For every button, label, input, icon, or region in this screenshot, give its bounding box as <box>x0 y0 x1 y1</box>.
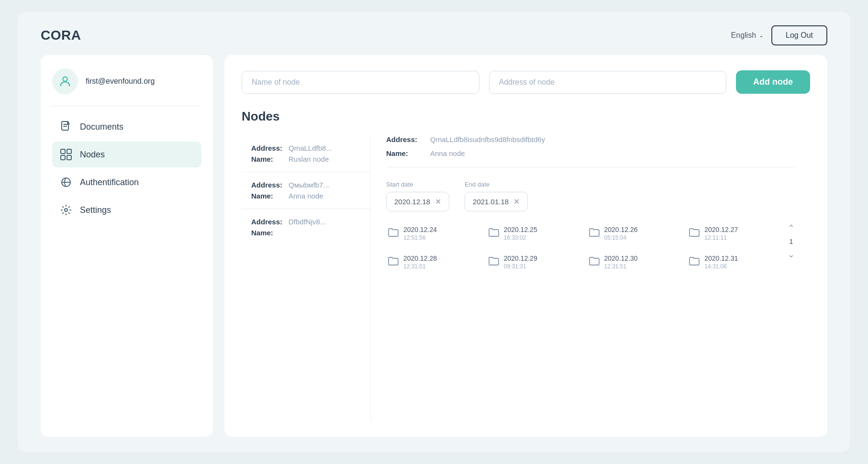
file-date-4: 2020.12.28 <box>403 254 437 262</box>
file-info-1: 2020.12.25 16:33:02 <box>504 226 537 241</box>
file-date-7: 2020.12.31 <box>704 254 738 262</box>
file-info-4: 2020.12.28 12:31:01 <box>403 254 437 270</box>
file-date-2: 2020.12.26 <box>604 226 638 233</box>
sidebar-item-nodes[interactable]: Nodes <box>52 142 201 167</box>
file-item-7[interactable]: 2020.12.31 14:31:06 <box>687 252 782 273</box>
detail-name-value: Anna node <box>430 149 465 157</box>
name-label-2: Name: <box>251 229 285 237</box>
app-container: CORA English ⌄ Log Out first@evenfound.o… <box>18 12 850 452</box>
folder-icon <box>489 256 499 268</box>
page-up-button[interactable]: ⌃ <box>788 223 795 233</box>
svg-rect-5 <box>67 155 71 160</box>
file-info-7: 2020.12.31 14:31:06 <box>704 254 738 270</box>
avatar <box>52 68 78 94</box>
sidebar-item-settings[interactable]: Settings <box>52 197 201 223</box>
file-item-4[interactable]: 2020.12.28 12:31:01 <box>386 252 481 273</box>
address-label-2: Address: <box>251 218 285 226</box>
file-date-3: 2020.12.27 <box>704 226 738 233</box>
user-section: first@evenfound.org <box>52 68 201 106</box>
detail-name-label: Name: <box>386 149 424 157</box>
language-selector[interactable]: English ⌄ <box>731 31 764 40</box>
nodes-icon <box>60 148 72 161</box>
name-label-1: Name: <box>251 192 285 200</box>
file-time-0: 12:51:56 <box>403 234 437 241</box>
clear-end-date-button[interactable]: ✕ <box>513 197 520 206</box>
node-card-0[interactable]: Address: QmaLLdfb8... Name: Ruslan node <box>242 135 370 172</box>
file-info-2: 2020.12.26 05:15:04 <box>604 226 638 241</box>
address-label-1: Address: <box>251 181 285 189</box>
address-value-2: DfbdfNjv8... <box>289 218 326 226</box>
file-item-5[interactable]: 2020.12.29 09:31:31 <box>487 252 581 273</box>
file-item-6[interactable]: 2020.12.30 12:31:51 <box>587 252 682 273</box>
svg-rect-2 <box>61 149 65 154</box>
file-info-6: 2020.12.30 12:31:51 <box>604 254 638 270</box>
sidebar-item-documents[interactable]: Documents <box>52 114 201 140</box>
detail-address-label: Address: <box>386 135 424 144</box>
file-grid-section: 2020.12.24 12:51:56 2020.12.25 16:33:02 … <box>386 223 795 273</box>
node-field-address-2: Address: DfbdfNjv8... <box>251 218 361 226</box>
file-date-6: 2020.12.30 <box>604 254 638 262</box>
file-date-5: 2020.12.29 <box>504 254 537 262</box>
end-date-label: End date <box>465 181 528 188</box>
address-value-1: Qмыbмfb7... <box>289 181 329 189</box>
nodes-layout: Address: QmaLLdfb8... Name: Ruslan node … <box>242 135 810 421</box>
file-time-3: 12:11:11 <box>704 234 738 241</box>
pagination: ⌃ 1 ⌄ <box>784 223 795 260</box>
file-time-4: 12:31:01 <box>403 263 437 270</box>
detail-address-value: QmaLLdfb8isudnfbs9d8fnbsdifbtd6y <box>430 135 545 144</box>
folder-icon <box>589 228 600 239</box>
folder-icon <box>689 228 700 239</box>
name-value-0: Ruslan node <box>289 155 329 163</box>
svg-point-0 <box>63 77 67 81</box>
file-info-0: 2020.12.24 12:51:56 <box>403 226 437 241</box>
file-time-5: 09:31:31 <box>504 263 537 270</box>
svg-rect-4 <box>61 155 65 160</box>
language-label: English <box>731 31 756 40</box>
start-date-value: 2020.12.18 <box>394 198 430 206</box>
logout-button[interactable]: Log Out <box>771 25 827 45</box>
file-item-3[interactable]: 2020.12.27 12:11:11 <box>687 223 782 244</box>
address-label-0: Address: <box>251 144 285 152</box>
file-item-1[interactable]: 2020.12.25 16:33:02 <box>487 223 581 244</box>
date-filter: Start date 2020.12.18 ✕ End date 2021.01… <box>386 181 795 211</box>
node-address-input[interactable] <box>489 71 727 94</box>
app-logo: CORA <box>41 28 81 43</box>
file-time-2: 05:15:04 <box>604 234 638 241</box>
node-list: Address: QmaLLdfb8... Name: Ruslan node … <box>242 135 371 421</box>
file-info-3: 2020.12.27 12:11:11 <box>704 226 738 241</box>
node-field-address-0: Address: QmaLLdfb8... <box>251 144 361 152</box>
node-name-input[interactable] <box>242 71 479 94</box>
node-field-address-1: Address: Qмыbмfb7... <box>251 181 361 189</box>
start-date-group: Start date 2020.12.18 ✕ <box>386 181 449 211</box>
sidebar-item-authentication[interactable]: Authentification <box>52 169 201 195</box>
node-detail-header: Address: QmaLLdfb8isudnfbs9d8fnbsdifbtd6… <box>386 135 795 167</box>
folder-icon <box>489 228 499 239</box>
end-date-group: End date 2021.01.18 ✕ <box>465 181 528 211</box>
name-label-0: Name: <box>251 155 285 163</box>
node-card-1[interactable]: Address: Qмыbмfb7... Name: Anna node <box>242 172 370 209</box>
clear-start-date-button[interactable]: ✕ <box>435 197 441 206</box>
file-item-2[interactable]: 2020.12.26 05:15:04 <box>587 223 682 244</box>
end-date-input[interactable]: 2021.01.18 ✕ <box>465 192 528 211</box>
sidebar: first@evenfound.org Documents <box>41 55 213 437</box>
page-number: 1 <box>789 237 793 245</box>
node-field-name-2: Name: <box>251 229 361 237</box>
detail-name-field: Name: Anna node <box>386 149 795 157</box>
page-down-button[interactable]: ⌄ <box>788 249 795 260</box>
start-date-label: Start date <box>386 181 449 188</box>
add-node-button[interactable]: Add node <box>736 70 810 94</box>
node-card-2[interactable]: Address: DfbdfNjv8... Name: <box>242 209 370 245</box>
sidebar-item-label-nodes: Nodes <box>80 150 105 160</box>
file-info-5: 2020.12.29 09:31:31 <box>504 254 537 270</box>
file-item-0[interactable]: 2020.12.24 12:51:56 <box>386 223 481 244</box>
file-date-0: 2020.12.24 <box>403 226 437 233</box>
detail-address-field: Address: QmaLLdfb8isudnfbs9d8fnbsdifbtd6… <box>386 135 795 144</box>
sidebar-item-label-settings: Settings <box>80 205 111 215</box>
content-area: Add node Nodes Address: QmaLLdfb8... Nam… <box>224 55 827 437</box>
node-detail-panel: Address: QmaLLdfb8isudnfbs9d8fnbsdifbtd6… <box>371 135 810 421</box>
sidebar-item-label-documents: Documents <box>80 122 123 132</box>
svg-rect-3 <box>67 149 71 154</box>
folder-icon <box>689 256 700 268</box>
file-time-7: 14:31:06 <box>704 263 738 270</box>
start-date-input[interactable]: 2020.12.18 ✕ <box>386 192 449 211</box>
